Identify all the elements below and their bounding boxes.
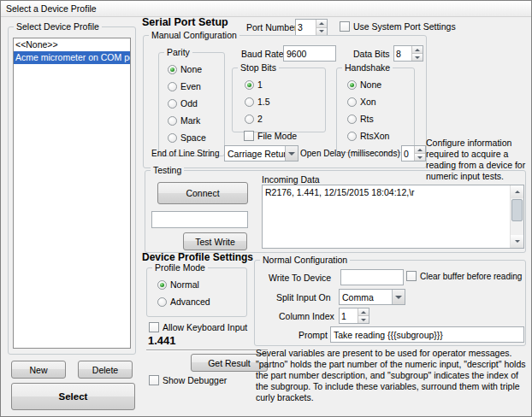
checkbox-icon <box>244 131 254 141</box>
baud-rate-input[interactable] <box>283 45 336 62</box>
checkbox-icon <box>149 375 159 385</box>
checkbox-icon <box>406 271 417 281</box>
radio-label: RtsXon <box>360 131 389 141</box>
write-to-device-label: Write To Device <box>269 273 331 283</box>
stepper-arrows <box>316 20 327 35</box>
stop-bits-radio-1[interactable]: 1 <box>245 79 263 90</box>
radio-icon <box>168 133 177 143</box>
parity-radio-mark[interactable]: Mark <box>168 115 200 126</box>
handshake-group: Handshake None Xon Rts RtsXon <box>336 68 415 153</box>
select-button[interactable]: Select <box>11 383 135 410</box>
chevron-up-icon[interactable] <box>511 185 523 198</box>
test-write-input[interactable] <box>151 211 248 228</box>
handshake-radio-rtsxon[interactable]: RtsXon <box>347 131 389 141</box>
scrollbar[interactable] <box>510 185 523 248</box>
radio-label: Advanced <box>170 297 210 307</box>
profile-mode-group: Profile Mode Normal Advanced <box>146 267 247 317</box>
stepper-arrows <box>411 46 423 61</box>
checkbox-label: Clear buffer before reading <box>420 272 522 281</box>
stop-bits-radio-2[interactable]: 2 <box>245 114 263 124</box>
use-system-port-checkbox[interactable]: Use System Port Settings <box>340 21 456 32</box>
new-button[interactable]: New <box>11 361 66 379</box>
result-divider <box>146 349 268 351</box>
chevron-up-icon[interactable] <box>415 146 425 154</box>
open-delay-stepper[interactable] <box>401 145 426 162</box>
split-input-select[interactable]: Comma <box>339 289 405 305</box>
chevron-down-icon[interactable] <box>412 54 423 61</box>
scrollbar-track[interactable] <box>511 198 523 235</box>
radio-label: Xon <box>360 97 376 107</box>
radio-icon <box>245 115 254 124</box>
column-index-label: Column Index <box>279 311 334 321</box>
group-label: Parity <box>164 47 192 57</box>
parity-group: Parity None Even Odd Mark Space <box>158 52 225 156</box>
connect-button[interactable]: Connect <box>157 182 248 204</box>
handshake-radio-rts[interactable]: Rts <box>347 114 374 124</box>
profile-mode-radio-advanced[interactable]: Advanced <box>157 297 210 307</box>
column-index-stepper[interactable] <box>339 308 369 324</box>
data-bits-input[interactable] <box>394 46 411 61</box>
chevron-down-icon <box>392 290 405 304</box>
chevron-down-icon[interactable] <box>316 28 327 36</box>
scrollbar-thumb[interactable] <box>511 199 523 221</box>
checkbox-label: File Mode <box>257 131 297 141</box>
prompt-input[interactable] <box>330 326 524 343</box>
radio-label: Even <box>180 81 201 91</box>
titlebar[interactable]: Select a Device Profile <box>1 1 531 17</box>
incoming-data-label: Incoming Data <box>262 174 320 185</box>
open-delay-label: Open Delay (milliseconds) <box>300 149 400 158</box>
test-write-button[interactable]: Test Write <box>183 232 247 250</box>
list-item[interactable]: Acme micrometer on COM port 3 <box>14 51 130 64</box>
stop-bits-radio-1-5[interactable]: 1.5 <box>245 97 270 107</box>
group-label: Profile Mode <box>152 262 208 273</box>
end-of-line-select[interactable]: Carriage Return <box>224 145 299 162</box>
group-label: Stop Bits <box>238 62 279 73</box>
selected-option: Comma <box>340 290 392 304</box>
write-to-device-input[interactable] <box>340 269 404 285</box>
data-bits-stepper[interactable] <box>393 45 423 62</box>
port-number-stepper[interactable] <box>295 19 328 36</box>
incoming-data-textarea[interactable]: R2176, 1.441, 12/15/2015 18:04:12,\r <box>262 185 524 249</box>
open-delay-input[interactable] <box>402 146 414 161</box>
device-list[interactable]: <<None>> Acme micrometer on COM port 3 <box>13 38 131 349</box>
checkbox-label: Show Debugger <box>163 375 227 385</box>
allow-keyboard-input-checkbox[interactable]: Allow Keyboard Input <box>149 322 247 332</box>
device-profile-settings-heading: Device Profile Settings <box>142 251 253 263</box>
radio-icon <box>245 80 254 90</box>
port-number-input[interactable] <box>296 20 316 35</box>
column-index-input[interactable] <box>340 308 358 323</box>
profile-mode-radio-normal[interactable]: Normal <box>157 279 199 290</box>
parity-radio-even[interactable]: Even <box>168 81 201 91</box>
chevron-up-icon[interactable] <box>316 20 327 28</box>
parity-radio-odd[interactable]: Odd <box>168 98 198 109</box>
radio-label: 1.5 <box>257 97 270 107</box>
baud-rate-label: Baud Rate <box>241 49 284 59</box>
handshake-radio-xon[interactable]: Xon <box>347 97 376 107</box>
radio-icon <box>347 115 357 124</box>
file-mode-checkbox[interactable]: File Mode <box>244 131 297 141</box>
chevron-up-icon[interactable] <box>412 46 423 54</box>
group-label: Handshake <box>342 62 393 73</box>
group-label: Normal Configuration <box>260 255 350 265</box>
device-profile-dialog: Select a Device Profile Select Device Pr… <box>0 0 532 417</box>
list-item[interactable]: <<None>> <box>14 38 130 51</box>
chevron-down-icon <box>285 146 298 161</box>
data-bits-label: Data Bits <box>353 49 390 59</box>
chevron-down-icon[interactable] <box>511 235 523 248</box>
parity-radio-none[interactable]: None <box>168 64 202 74</box>
stepper-arrows <box>414 146 425 161</box>
radio-icon <box>168 116 177 126</box>
chevron-up-icon[interactable] <box>358 308 369 316</box>
clear-buffer-checkbox[interactable]: Clear buffer before reading <box>406 271 522 281</box>
serial-port-setup-heading: Serial Port Setup <box>142 16 228 28</box>
chevron-down-icon[interactable] <box>358 316 369 323</box>
device-list-group: Select Device Profile <<None>> Acme micr… <box>8 26 136 355</box>
chevron-down-icon[interactable] <box>415 154 425 161</box>
radio-label: 1 <box>257 79 263 90</box>
window-title: Select a Device Profile <box>6 3 97 14</box>
delete-button[interactable]: Delete <box>78 361 133 379</box>
show-debugger-checkbox[interactable]: Show Debugger <box>149 375 227 385</box>
handshake-radio-none[interactable]: None <box>347 79 381 90</box>
parity-radio-space[interactable]: Space <box>168 132 206 143</box>
radio-icon <box>245 97 254 107</box>
